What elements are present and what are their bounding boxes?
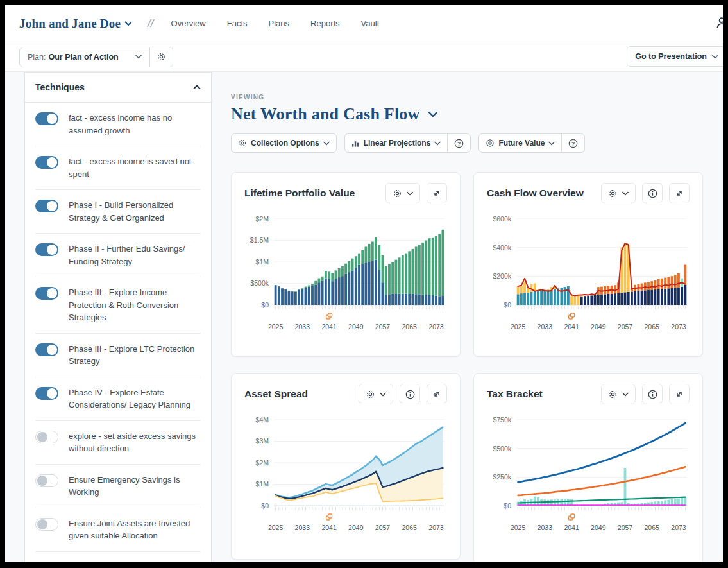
main-panel: VIEWING Net Worth and Cash Flow Collecti…: [212, 72, 723, 562]
chart-settings-button[interactable]: [359, 384, 393, 404]
toggle-knob: [37, 476, 47, 486]
svg-text:$500k: $500k: [493, 445, 511, 452]
chart-cash-flow-overview: $0$200k$400k$600k20252033204120492057206…: [487, 211, 690, 340]
linear-projections-help-button[interactable]: ?: [447, 134, 470, 152]
toggle-knob: [47, 114, 57, 124]
plan-selector[interactable]: Plan: Our Plan of Action: [19, 47, 173, 67]
chevron-down-icon: [622, 191, 629, 196]
linked-event-icon[interactable]: [326, 313, 332, 319]
technique-toggle[interactable]: [35, 200, 58, 212]
expand-icon: [675, 390, 684, 399]
future-value-help-button[interactable]: ?: [561, 134, 584, 152]
chevron-up-icon[interactable]: [193, 85, 201, 90]
svg-text:2033: 2033: [295, 323, 310, 331]
linked-event-icon[interactable]: [569, 313, 575, 319]
page-title-dropdown-icon[interactable]: [428, 111, 438, 117]
linked-event-icon[interactable]: [326, 514, 332, 520]
gear-icon: [393, 189, 402, 198]
linear-projections-control: Linear Projections ?: [344, 133, 471, 153]
expand-icon: [432, 390, 441, 399]
chart-card-lifetime-portfolio-value: Lifetime Portfolio Value$0$500k$1M$1.5M$…: [231, 172, 461, 357]
chevron-down-icon: [548, 141, 555, 146]
app-window: John and Jane Doe // Overview Facts Plan…: [5, 5, 723, 562]
technique-row: Build tax diversification with Roth IRA …: [25, 552, 211, 562]
expand-icon: [675, 189, 684, 198]
svg-text:$0: $0: [504, 502, 511, 510]
bar-chart-icon: [351, 139, 360, 148]
client-selector[interactable]: John and Jane Doe: [19, 17, 132, 31]
technique-label: fact - excess income has no assumed grow…: [69, 112, 201, 137]
sidebar-header: Techniques: [25, 73, 211, 103]
technique-toggle[interactable]: [35, 387, 58, 400]
chart-expand-button[interactable]: [427, 183, 447, 203]
user-icon[interactable]: [716, 17, 723, 31]
info-icon: [648, 390, 657, 399]
chart-settings-button[interactable]: [601, 183, 636, 203]
svg-text:2065: 2065: [645, 524, 660, 531]
technique-row: Phase III - Explore LTC Protection Strat…: [25, 334, 211, 377]
view-controls: Collection Options Linear Projections ?: [231, 133, 723, 153]
technique-toggle[interactable]: [35, 156, 58, 169]
plan-dropdown[interactable]: Plan: Our Plan of Action: [20, 47, 149, 67]
collection-options-button[interactable]: Collection Options: [232, 134, 336, 152]
svg-text:2065: 2065: [402, 323, 418, 331]
help-icon: ?: [568, 139, 578, 148]
nav-facts[interactable]: Facts: [227, 19, 248, 28]
toggle-knob: [47, 157, 57, 168]
svg-text:2049: 2049: [591, 524, 606, 531]
page-title: Net Worth and Cash Flow: [231, 105, 420, 124]
chart-card-header: Cash Flow Overview: [487, 183, 690, 203]
go-to-presentation-button[interactable]: Go to Presentation: [627, 46, 723, 67]
svg-text:2033: 2033: [295, 524, 310, 531]
technique-toggle[interactable]: [35, 287, 58, 300]
nav-links: Overview Facts Plans Reports Vault: [171, 19, 380, 28]
target-icon: [486, 139, 495, 148]
chart-settings-button[interactable]: [385, 183, 420, 203]
nav-vault[interactable]: Vault: [361, 19, 380, 28]
chevron-down-icon: [622, 392, 629, 397]
collection-options-control: Collection Options: [231, 133, 337, 153]
svg-text:$1M: $1M: [256, 258, 269, 266]
svg-text:2025: 2025: [268, 524, 284, 531]
linked-event-icon[interactable]: [569, 514, 575, 520]
chart-card-header: Asset Spread: [244, 384, 447, 404]
chevron-down-icon: [434, 141, 441, 146]
technique-toggle[interactable]: [35, 518, 58, 531]
gear-icon: [608, 189, 618, 198]
svg-text:2057: 2057: [618, 524, 633, 531]
chart-info-button[interactable]: [642, 183, 663, 203]
cards-grid: Lifetime Portfolio Value$0$500k$1M$1.5M$…: [231, 172, 723, 562]
technique-toggle[interactable]: [35, 243, 58, 256]
chart-settings-button[interactable]: [601, 384, 636, 404]
plan-settings-button[interactable]: [149, 47, 173, 67]
chart-info-button[interactable]: [642, 384, 663, 404]
chart-expand-button[interactable]: [427, 384, 447, 404]
technique-label: Phase II - Further Edu Savings/ Funding …: [69, 243, 201, 268]
technique-toggle[interactable]: [35, 343, 58, 356]
toggle-knob: [47, 345, 57, 355]
svg-text:$400k: $400k: [493, 244, 511, 252]
technique-toggle[interactable]: [35, 562, 58, 562]
nav-plans[interactable]: Plans: [269, 19, 290, 28]
technique-toggle[interactable]: [35, 474, 58, 487]
chart-info-button[interactable]: [400, 384, 420, 404]
chart-expand-button[interactable]: [669, 384, 690, 404]
svg-text:2041: 2041: [321, 524, 337, 531]
nav-reports[interactable]: Reports: [310, 19, 340, 28]
nav-overview[interactable]: Overview: [171, 19, 206, 28]
chevron-down-icon: [135, 55, 142, 59]
technique-label: Phase I - Build Personalized Strategy & …: [69, 199, 201, 224]
linear-projections-button[interactable]: Linear Projections: [345, 134, 448, 152]
future-value-button[interactable]: Future Value: [479, 134, 561, 152]
svg-text:?: ?: [571, 140, 575, 146]
svg-text:2041: 2041: [321, 323, 337, 331]
technique-label: Phase III - Explore Income Protection & …: [69, 286, 201, 324]
technique-label: Ensure Joint Assets are Invested given s…: [69, 517, 201, 542]
technique-row: explore - set aside excess savings witho…: [25, 421, 211, 464]
toggle-knob: [47, 245, 57, 255]
toggle-knob: [37, 519, 47, 529]
svg-text:2073: 2073: [428, 323, 444, 331]
technique-toggle[interactable]: [35, 431, 58, 443]
technique-toggle[interactable]: [35, 112, 58, 125]
chart-expand-button[interactable]: [669, 183, 690, 203]
